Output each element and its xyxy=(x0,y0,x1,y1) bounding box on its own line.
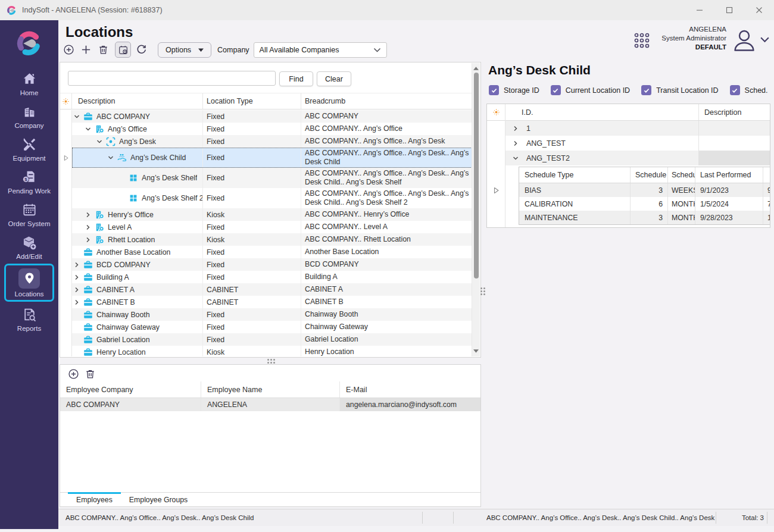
expand-collapse-icon[interactable] xyxy=(85,224,92,231)
location-row[interactable]: ABC COMPANYFixedABC COMPANY xyxy=(60,110,472,123)
maximize-button[interactable] xyxy=(714,0,744,20)
expand-collapse-icon[interactable] xyxy=(512,155,519,162)
column-header-description[interactable]: Description xyxy=(698,104,770,120)
company-select[interactable]: All Available Companies xyxy=(254,42,387,58)
column-header-id[interactable]: I.D. xyxy=(505,104,698,120)
location-row-main[interactable]: Gabriel LocationFixedGabriel Location xyxy=(72,333,472,346)
location-row-main[interactable]: Building AFixedBuilding A xyxy=(72,271,472,283)
location-row-main[interactable]: Henry LocationKioskHenry Location xyxy=(72,346,472,356)
sidebar-item-add-edit[interactable]: Add/Edit xyxy=(0,230,58,263)
add-employee-button[interactable] xyxy=(68,368,79,380)
schedule-row[interactable]: BIAS3WEEKS9/1/20239 xyxy=(519,183,770,197)
location-row[interactable]: Chainway GatewayFixedChainway Gateway xyxy=(60,321,472,333)
sidebar-item-equipment[interactable]: Equipment xyxy=(0,132,58,165)
location-row[interactable]: Rhett LocationKioskABC COMPANY.. Rhett L… xyxy=(60,233,472,246)
clear-button[interactable]: Clear xyxy=(317,71,351,86)
horizontal-splitter-handle[interactable] xyxy=(267,359,275,364)
vertical-scrollbar[interactable] xyxy=(472,63,480,356)
sidebar-item-pending-work[interactable]: $Pending Work xyxy=(0,165,58,198)
sidebar-item-reports[interactable]: Reports xyxy=(0,302,58,335)
schedule-column-header[interactable] xyxy=(763,167,770,183)
expand-collapse-icon[interactable] xyxy=(512,125,519,132)
delete-button[interactable] xyxy=(98,44,109,55)
location-row-main[interactable]: Chainway GatewayFixedChainway Gateway xyxy=(72,321,472,333)
schedule-row[interactable]: CALIBRATION6MONTHS1/5/20247 xyxy=(519,197,770,211)
schedule-row[interactable]: MAINTENANCE3MONTHS9/28/20231 xyxy=(519,211,770,224)
tab-employees[interactable]: Employees xyxy=(68,493,121,506)
schedule-column-header[interactable]: Schedule xyxy=(631,167,668,183)
location-row-main[interactable]: BCD COMPANYFixedBCD COMPANY xyxy=(72,258,472,271)
find-button[interactable]: Find xyxy=(279,71,313,86)
scroll-up-icon[interactable] xyxy=(473,67,479,70)
location-row[interactable]: Ang’s DeskFixedABC COMPANY.. Ang’s Offic… xyxy=(60,135,472,148)
location-row-main[interactable]: CABINET ACABINETCABINET A xyxy=(72,283,472,296)
employee-row[interactable]: ABC COMPANYANGELENAangelena.marciano@ind… xyxy=(60,398,480,411)
schedule-view-toggle[interactable] xyxy=(115,42,131,58)
add-circled-button[interactable] xyxy=(63,44,74,55)
location-row-main[interactable]: Ang’s Desk ShelfFixedABC COMPANY.. Ang’s… xyxy=(72,168,472,188)
column-header-email[interactable]: E-Mail xyxy=(340,381,480,398)
location-row[interactable]: CABINET ACABINETCABINET A xyxy=(60,283,472,296)
user-menu-chevron-icon[interactable] xyxy=(760,36,770,43)
delete-employee-button[interactable] xyxy=(85,368,96,380)
checkbox-current-location-id[interactable]: Current Location ID xyxy=(551,85,630,95)
checkbox-sched-[interactable]: Sched. xyxy=(730,85,768,95)
expand-collapse-icon[interactable] xyxy=(73,113,80,120)
options-dropdown[interactable]: Options xyxy=(158,42,211,58)
equipment-row[interactable]: 1 xyxy=(487,121,770,136)
column-header-breadcrumb[interactable]: Breadcrumb xyxy=(301,93,472,109)
column-header-employee-company[interactable]: Employee Company xyxy=(60,381,201,398)
location-row[interactable]: Ang’s OfficeFixedABC COMPANY.. Ang’s Off… xyxy=(60,123,472,135)
location-row[interactable]: Gabriel LocationFixedGabriel Location xyxy=(60,333,472,346)
location-row-main[interactable]: Chainway BoothFixedChainway Booth xyxy=(72,308,472,321)
expand-collapse-icon[interactable] xyxy=(512,140,519,147)
expand-collapse-icon[interactable] xyxy=(73,274,80,281)
column-header-location-type[interactable]: Location Type xyxy=(203,93,301,109)
equipment-row[interactable]: ANG_TEST xyxy=(487,136,770,151)
location-row[interactable]: Ang’s Desk ShelfFixedABC COMPANY.. Ang’s… xyxy=(60,168,472,188)
close-button[interactable] xyxy=(744,0,774,20)
location-row-main[interactable]: CABINET BCABINETCABINET B xyxy=(72,296,472,308)
location-row[interactable]: BCD COMPANYFixedBCD COMPANY xyxy=(60,258,472,271)
expand-collapse-icon[interactable] xyxy=(85,211,92,218)
refresh-button[interactable] xyxy=(136,44,147,55)
checkbox-storage-id[interactable]: Storage ID xyxy=(489,85,539,95)
location-row-main[interactable]: Level AFixedABC COMPANY.. Level A xyxy=(72,221,472,233)
location-row-main[interactable]: Ang’s Desk Shelf 2FixedABC COMPANY.. Ang… xyxy=(72,188,472,208)
location-row-main[interactable]: Ang’s Desk ChildFixedABC COMPANY.. Ang’s… xyxy=(72,148,472,168)
expand-collapse-icon[interactable] xyxy=(73,286,80,293)
location-row[interactable]: CABINET BCABINETCABINET B xyxy=(60,296,472,308)
expand-collapse-icon[interactable] xyxy=(85,126,92,133)
schedule-column-header[interactable]: Schedule Type xyxy=(519,167,631,183)
location-row[interactable]: Another Base LocationFixedAnother Base L… xyxy=(60,246,472,258)
sun-settings-icon[interactable] xyxy=(62,98,70,105)
expand-collapse-icon[interactable] xyxy=(107,154,114,161)
avatar-icon[interactable] xyxy=(731,27,757,54)
column-header-description[interactable]: Description xyxy=(72,93,203,109)
checkbox-transit-location-id[interactable]: Transit Location ID xyxy=(641,85,718,95)
expand-collapse-icon[interactable] xyxy=(85,236,92,243)
expand-collapse-icon[interactable] xyxy=(73,299,80,306)
sun-settings-icon[interactable] xyxy=(492,108,500,116)
location-row[interactable]: Chainway BoothFixedChainway Booth xyxy=(60,308,472,321)
schedule-column-header[interactable]: Last Performed xyxy=(695,167,763,183)
search-input[interactable] xyxy=(68,71,276,86)
location-row[interactable]: Ang’s Desk Shelf 2FixedABC COMPANY.. Ang… xyxy=(60,188,472,208)
location-row[interactable]: Level AFixedABC COMPANY.. Level A xyxy=(60,221,472,233)
equipment-row[interactable]: ANG_TEST2 xyxy=(487,151,770,165)
schedule-column-header[interactable]: Schedu xyxy=(668,167,695,183)
location-row[interactable]: Henry LocationKioskHenry Location xyxy=(60,346,472,356)
expand-collapse-icon[interactable] xyxy=(96,138,103,145)
location-row-main[interactable]: ABC COMPANYFixedABC COMPANY xyxy=(72,110,472,123)
location-row-main[interactable]: Ang’s DeskFixedABC COMPANY.. Ang’s Offic… xyxy=(72,135,472,148)
scrollbar-thumb[interactable] xyxy=(474,73,479,278)
location-row[interactable]: Ang’s Desk ChildFixedABC COMPANY.. Ang’s… xyxy=(60,148,472,168)
location-row[interactable]: Building AFixedBuilding A xyxy=(60,271,472,283)
tab-employee-groups[interactable]: Employee Groups xyxy=(121,493,196,506)
sidebar-item-order-system[interactable]: Order System xyxy=(0,198,58,230)
location-row[interactable]: Henry’s OfficeKioskABC COMPANY.. Henry’s… xyxy=(60,208,472,221)
sidebar-item-locations[interactable]: Locations xyxy=(0,263,58,302)
sidebar-item-company[interactable]: Company xyxy=(0,99,58,132)
location-row-main[interactable]: Ang’s OfficeFixedABC COMPANY.. Ang’s Off… xyxy=(72,123,472,135)
minimize-button[interactable] xyxy=(685,0,714,20)
